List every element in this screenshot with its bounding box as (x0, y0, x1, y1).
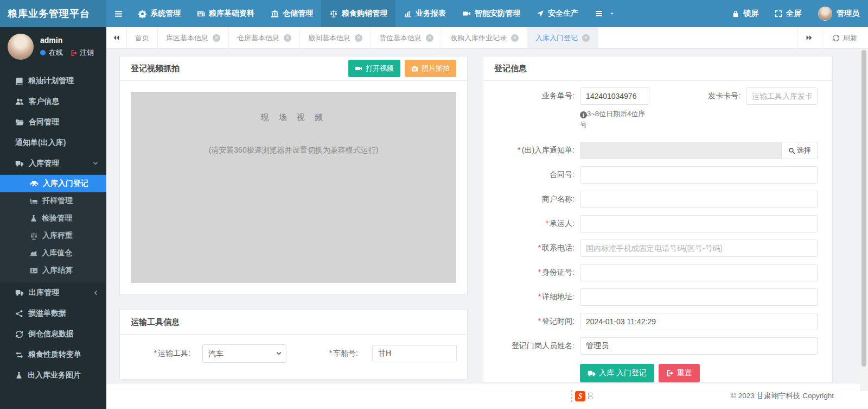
snapshot-label: 照片抓拍 (422, 64, 450, 73)
app-logo: 粮库业务管理平台 (0, 0, 106, 27)
sidebar-item-customers[interactable]: 客户信息 (0, 91, 106, 112)
exchange-icon (15, 351, 23, 359)
plate-input[interactable] (372, 345, 457, 362)
tab-slot-info[interactable]: 货位基本信息× (371, 27, 442, 48)
sidebar-item-contracts[interactable]: 合同管理 (0, 112, 106, 133)
refresh-tab-button[interactable]: 刷新 (821, 27, 868, 48)
sidebar-toggle-button[interactable] (106, 0, 130, 27)
gate-name-label: 登记门岗人员姓名: (483, 341, 580, 351)
nav-item-label: 系统管理 (150, 9, 181, 18)
card-no-input[interactable] (746, 87, 818, 105)
sidebar-item-outbound[interactable]: 出库管理 (0, 282, 106, 303)
nav-item-label: 仓储管理 (283, 9, 313, 18)
close-icon[interactable]: × (284, 34, 291, 42)
sidebar-item-label: 出入库业务图片 (28, 370, 81, 380)
camera-icon (411, 65, 418, 72)
sidebar-subitem-inspection[interactable]: 检验管理 (0, 210, 106, 227)
tab-label: 仓房基本信息 (237, 33, 279, 43)
vehicle-select[interactable]: 汽车 (202, 344, 286, 363)
list-icon (595, 9, 603, 18)
open-video-label: 打开视频 (366, 64, 394, 73)
address-input[interactable] (580, 288, 818, 306)
tabs-scroll-left-button[interactable] (106, 27, 127, 48)
logout-link[interactable]: 注销 (71, 48, 94, 58)
nav-item-safety[interactable]: 安全生产 (528, 0, 586, 27)
reset-button[interactable]: 重置 (659, 364, 700, 382)
vertical-scrollbar[interactable] (860, 49, 868, 391)
close-icon[interactable]: × (426, 34, 433, 42)
sidebar-subitem-sampling[interactable]: 扦样管理 (0, 192, 106, 210)
lock-label: 锁屏 (743, 9, 758, 18)
nav-item-purchase-sale[interactable]: 粮食购销管理 (321, 0, 395, 27)
notice-select-button[interactable]: 选择 (782, 142, 818, 159)
business-no-input[interactable] (580, 87, 649, 105)
nav-item-base-data[interactable]: 粮库基础资料 (189, 0, 263, 27)
required-mark: * (538, 268, 541, 276)
copyright-text: © 2023 甘肃翊宁科技 Copyright (731, 391, 834, 401)
sign-out-icon (71, 49, 78, 56)
sidebar-item-gain-loss[interactable]: 损溢单数据 (0, 303, 106, 324)
lock-screen-button[interactable]: 锁屏 (724, 0, 767, 27)
nav-item-storage[interactable]: 仓储管理 (263, 0, 321, 27)
close-icon[interactable]: × (355, 34, 362, 42)
video-camera-icon (355, 65, 362, 72)
scrollbar-thumb[interactable] (861, 50, 866, 367)
user-menu[interactable]: 管理员 (809, 0, 868, 27)
notice-select-label: 选择 (797, 146, 811, 155)
area-chart-icon (30, 249, 37, 257)
sidebar-item-label: 入库入门登记 (43, 179, 88, 188)
required-mark: * (518, 146, 520, 154)
close-icon[interactable]: × (582, 34, 590, 42)
phone-input[interactable] (580, 240, 818, 257)
sidebar-item-oil-plan[interactable]: 粮油计划管理 (0, 71, 106, 91)
main-area: 首页 库区基本信息× 仓房基本信息× 廒间基本信息× 货位基本信息× 收购入库作… (106, 27, 868, 409)
reg-time-input[interactable] (580, 313, 818, 330)
notice-input (580, 142, 782, 159)
sidebar-item-label: 合同管理 (29, 117, 59, 127)
submit-register-button[interactable]: 入库 入门登记 (580, 364, 654, 382)
nav-more-menu[interactable] (586, 0, 623, 27)
sidebar-subitem-warehousing[interactable]: 入库值仓 (0, 244, 106, 262)
tab-warehouse-info[interactable]: 仓房基本信息× (229, 27, 300, 48)
nav-item-security[interactable]: 智能安防管理 (454, 0, 528, 27)
nav-item-reports[interactable]: 业务报表 (395, 0, 454, 27)
tabs-scroll-right-button[interactable] (797, 27, 821, 48)
snapshot-button[interactable]: 照片抓拍 (405, 60, 456, 77)
merchant-input[interactable] (580, 191, 818, 208)
contract-input[interactable] (580, 166, 818, 184)
nav-item-system[interactable]: 系统管理 (130, 0, 189, 27)
close-icon[interactable]: × (213, 34, 220, 42)
drag-handle-icon (571, 390, 572, 402)
sidebar-item-label: 客户信息 (29, 97, 59, 106)
fullscreen-button[interactable]: 全屏 (767, 0, 809, 27)
avatar (818, 7, 832, 21)
nav-item-label: 业务报表 (416, 9, 446, 18)
car-icon (30, 179, 39, 188)
tab-gate-register[interactable]: 入库入门登记× (527, 27, 598, 48)
nav-item-label: 粮库基础资料 (209, 9, 254, 18)
sidebar-item-nature-change[interactable]: 粮食性质转变单 (0, 344, 106, 365)
sidebar-item-business-images[interactable]: 出入库业务图片 (0, 365, 106, 386)
id-no-input[interactable] (580, 264, 818, 281)
sidebar-subitem-weighing[interactable]: 入库秤重 (0, 227, 106, 244)
tab-purchase-records[interactable]: 收购入库作业记录× (442, 27, 527, 48)
tab-depot-info[interactable]: 库区基本信息× (158, 27, 229, 48)
tab-label: 入库入门登记 (535, 33, 578, 43)
transport-panel: 运输工具信息 *运输工具: 汽车 *车船号: (119, 310, 468, 380)
truck-icon (15, 288, 24, 297)
tab-granary-info[interactable]: 廒间基本信息× (300, 27, 371, 48)
sidebar-item-inbound[interactable]: 入库管理 (0, 153, 106, 174)
open-video-button[interactable]: 打开视频 (348, 60, 400, 77)
sidebar-subitem-gate-register[interactable]: 入库入门登记 (0, 175, 106, 192)
close-icon[interactable]: × (511, 34, 519, 42)
sidebar-item-transfer-info[interactable]: 倒仓信息数据 (0, 324, 106, 344)
sogou-input-indicator[interactable]: S (571, 390, 592, 402)
tab-home[interactable]: 首页 (127, 27, 158, 48)
sidebar-subitem-settlement[interactable]: 入库结算 (0, 262, 106, 279)
truck-icon (15, 159, 24, 168)
required-mark: * (538, 317, 541, 325)
sidebar-item-notices[interactable]: 通知单(出入库) (0, 133, 106, 153)
id-no-label: *身份证号: (483, 268, 580, 278)
gate-name-input[interactable] (580, 337, 818, 355)
carrier-input[interactable] (580, 215, 818, 232)
